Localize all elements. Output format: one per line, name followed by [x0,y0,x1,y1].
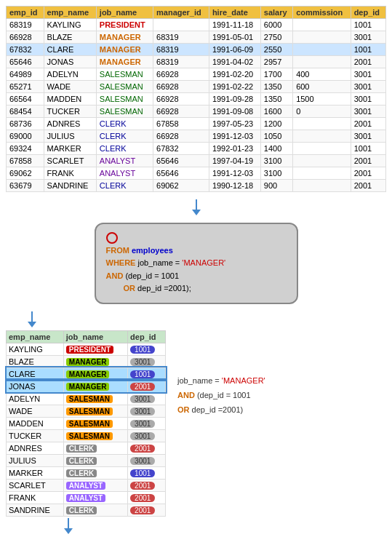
middle-cell-job-name: CLERK [63,442,127,454]
top-cell-commission [293,143,351,155]
middle-cell-emp-name: BLAZE [7,355,64,367]
middle-cell-job-name: SALESMAN [63,417,127,429]
top-cell-hire_date: 1991-11-18 [209,19,260,31]
top-cell-hire_date: 1997-05-23 [209,118,260,130]
middle-cell-emp-name: JULIUS [7,454,64,466]
middle-cell-job-name: SALESMAN [63,392,127,405]
top-cell-salary: 2957 [260,56,292,68]
dep-tag: 2001 [130,482,155,490]
middle-table-header-dep_id: dep_id [128,330,166,343]
top-cell-emp_id: 63679 [7,180,44,192]
top-cell-commission [293,167,351,180]
job-tag: MANAGER [66,358,110,366]
middle-cell-emp-name: ADELYN [7,392,64,405]
job-tag: CLERK [66,445,97,453]
arrow3 [64,518,73,534]
top-table-row: 68736ADNRESCLERK678581997-05-2312002001 [7,118,386,130]
top-table-row: 67832CLAREMANAGER683191991-06-0925501001 [7,44,386,56]
top-cell-job_name: SALESMAN [96,81,153,93]
top-cell-manager_id: 66928 [153,81,209,93]
sql-or-line: OR dep_id =2001); [124,284,191,293]
top-table: emp_idemp_namejob_namemanager_idhire_dat… [6,6,386,192]
top-cell-dep_id: 3001 [351,81,385,93]
middle-cell-job-name: ANALYST [63,479,127,491]
top-cell-hire_date: 1991-04-02 [209,56,260,68]
top-table-row: 65271WADESALESMAN669281991-02-2213506003… [7,81,386,93]
dep-tag: 2001 [130,383,155,391]
top-cell-emp_id: 65646 [7,56,44,68]
middle-section: emp_namejob_namedep_id KAYLINGPRESIDENT1… [6,330,386,517]
cond-line1: job_name = 'MANAGER' [177,374,386,389]
sql-where-kw: WHERE [106,258,138,267]
arrow2-head [28,322,36,327]
top-cell-emp_name: KAYLING [44,19,96,31]
dep-tag: 2001 [130,494,155,502]
top-cell-commission: 600 [293,81,351,93]
job-tag: MANAGER [66,370,110,378]
middle-cell-emp-name: SANDRINE [7,504,64,516]
top-cell-manager_id: 66928 [153,130,209,143]
middle-table-row: MARKERCLERK1001 [7,466,166,479]
job-tag: PRESIDENT [66,346,113,354]
middle-table-row: SCARLETANALYST2001 [7,479,166,491]
top-cell-emp_id: 69324 [7,143,44,155]
top-cell-manager_id: 68319 [153,31,209,44]
top-cell-dep_id: 2001 [351,56,385,68]
top-cell-hire_date: 1991-02-20 [209,68,260,81]
cond-line3: OR dep_id =2001) [177,403,386,418]
top-cell-hire_date: 1991-12-03 [209,130,260,143]
top-cell-salary: 1350 [260,93,292,106]
middle-cell-job-name: CLERK [63,454,127,466]
middle-table-header-job_name: job_name [63,330,127,343]
cond-or: OR [177,405,192,414]
job-tag: CLERK [66,457,97,465]
top-table-row: 65646JONASMANAGER683191991-04-0229572001 [7,56,386,68]
middle-cell-job-name: CLERK [63,504,127,516]
middle-table-row: ADNRESCLERK2001 [7,442,166,454]
top-cell-dep_id: 3001 [351,31,385,44]
top-table-row: 69000JULIUSCLERK669281991-12-0310503001 [7,130,386,143]
middle-cell-job-name: PRESIDENT [63,343,127,355]
middle-cell-dep-id: 3001 [128,429,166,442]
dep-tag: 3001 [130,420,155,428]
middle-cell-dep-id: 1001 [128,367,166,380]
top-cell-emp_id: 64989 [7,68,44,81]
top-table-row: 68454TUCKERSALESMAN669281991-09-08160003… [7,106,386,118]
top-cell-job_name: CLERK [96,118,153,130]
top-cell-emp_name: JULIUS [44,130,96,143]
middle-cell-emp-name: TUCKER [7,429,64,442]
dep-tag: 2001 [130,506,155,514]
arrow2-line [31,311,33,322]
top-cell-hire_date: 1991-05-01 [209,31,260,44]
middle-cell-dep-id: 1001 [128,466,166,479]
job-tag: ANALYST [66,494,105,502]
dep-tag: 2001 [130,445,155,453]
top-cell-salary: 1350 [260,81,292,93]
dep-tag: 1001 [130,370,155,378]
top-cell-dep_id: 1001 [351,143,385,155]
top-cell-emp_id: 67832 [7,44,44,56]
middle-table-row: ADELYNSALESMAN3001 [7,392,166,405]
top-cell-dep_id: 1001 [351,19,385,31]
middle-cell-dep-id: 3001 [128,392,166,405]
middle-cell-emp-name: CLARE [7,367,64,380]
top-cell-dep_id: 3001 [351,130,385,143]
top-cell-salary: 2750 [260,31,292,44]
top-cell-commission: 0 [293,106,351,118]
top-cell-job_name: MANAGER [96,31,153,44]
middle-cell-dep-id: 1001 [128,343,166,355]
middle-cell-emp-name: WADE [7,405,64,417]
top-cell-emp_id: 66564 [7,93,44,106]
cond-str1: 'MANAGER' [222,376,265,385]
top-cell-job_name: SALESMAN [96,93,153,106]
sql-box-container: FROM employees WHERE job_name = 'MANAGER… [6,217,386,310]
top-cell-emp_id: 69062 [7,167,44,180]
middle-cell-dep-id: 2001 [128,442,166,454]
top-cell-job_name: CLERK [96,143,153,155]
arrow1-line [196,199,197,210]
top-cell-commission [293,56,351,68]
middle-cell-job-name: SALESMAN [63,405,127,417]
middle-table-row: SANDRINECLERK2001 [7,504,166,516]
middle-cell-dep-id: 2001 [128,479,166,491]
middle-table-row: JONASMANAGER2001 [7,380,166,392]
